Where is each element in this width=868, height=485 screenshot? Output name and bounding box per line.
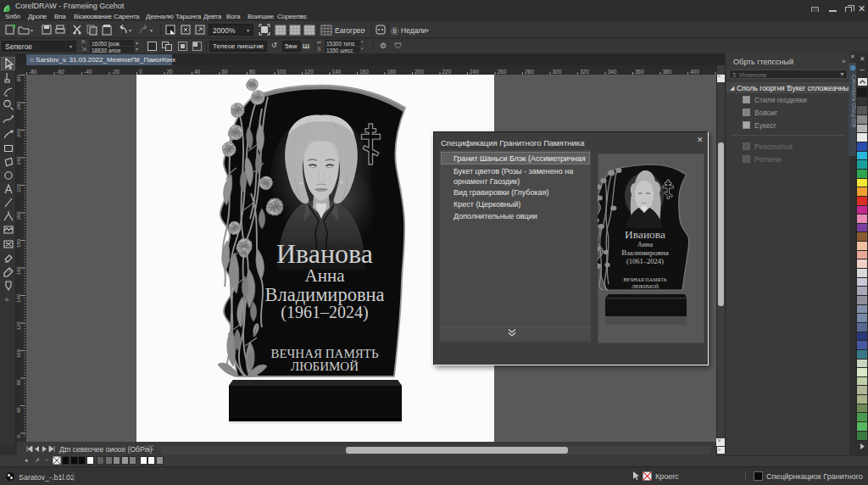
svg-text:ЛЮБИМОЙ: ЛЮБИМОЙ [291,360,359,373]
svg-text:80: 80 [16,379,21,385]
svg-text:180: 180 [16,238,21,248]
svg-text:0: 0 [139,69,142,75]
svg-text:(1961–2024): (1961–2024) [281,303,368,322]
svg-text:(1061–2024): (1061–2024) [626,257,664,265]
svg-text:340: 340 [608,69,617,75]
svg-text:-80: -80 [29,69,37,75]
svg-text:300: 300 [16,75,21,82]
svg-text:200: 200 [415,69,424,75]
svg-text:200: 200 [16,211,21,220]
svg-text:240: 240 [16,156,21,165]
svg-text:300: 300 [553,69,562,75]
svg-text:40: 40 [194,69,201,75]
svg-text:360: 360 [635,69,644,75]
svg-text:ЛЮБИМОЙ: ЛЮБИМОЙ [632,283,659,289]
svg-text:280: 280 [525,69,534,75]
svg-text:160: 160 [16,266,21,276]
svg-text:260: 260 [16,128,21,137]
svg-text:-60: -60 [57,69,65,75]
svg-text:ВЕЧНАЯ ПАМЯТЬ: ВЕЧНАЯ ПАМЯТЬ [270,347,379,360]
svg-text:120: 120 [16,321,21,331]
svg-text:380: 380 [663,69,672,75]
svg-text:220: 220 [442,69,452,75]
svg-text:Взалимировна: Взалимировна [621,248,669,257]
svg-text:80: 80 [249,69,256,75]
svg-text:140: 140 [16,293,21,303]
svg-text:400: 400 [690,69,699,75]
svg-text:320: 320 [580,69,589,75]
svg-text:60: 60 [222,69,229,75]
svg-text:-40: -40 [84,69,92,75]
svg-text:120: 120 [304,69,314,75]
svg-text:260: 260 [498,69,507,75]
svg-text:100: 100 [16,348,21,358]
svg-text:240: 240 [470,69,479,75]
svg-text:20: 20 [167,69,174,75]
svg-text:280: 280 [16,101,21,110]
svg-text:Аина: Аина [637,241,653,248]
svg-text:160: 160 [359,69,369,75]
svg-text:180: 180 [387,69,397,75]
svg-text:140: 140 [332,69,342,75]
svg-text:Иванова: Иванова [276,238,373,269]
svg-text:220: 220 [16,183,21,192]
svg-text:Иваиова: Иваиова [625,228,665,241]
svg-text:40: 40 [16,434,21,438]
svg-text:-20: -20 [112,69,120,75]
svg-text:100: 100 [277,69,287,75]
svg-text:60: 60 [16,407,21,413]
svg-text:Анна: Анна [305,265,346,286]
svg-text:ВЕЧНАЯ ПАМЯТЬ: ВЕЧНАЯ ПАМЯТЬ [624,277,667,282]
